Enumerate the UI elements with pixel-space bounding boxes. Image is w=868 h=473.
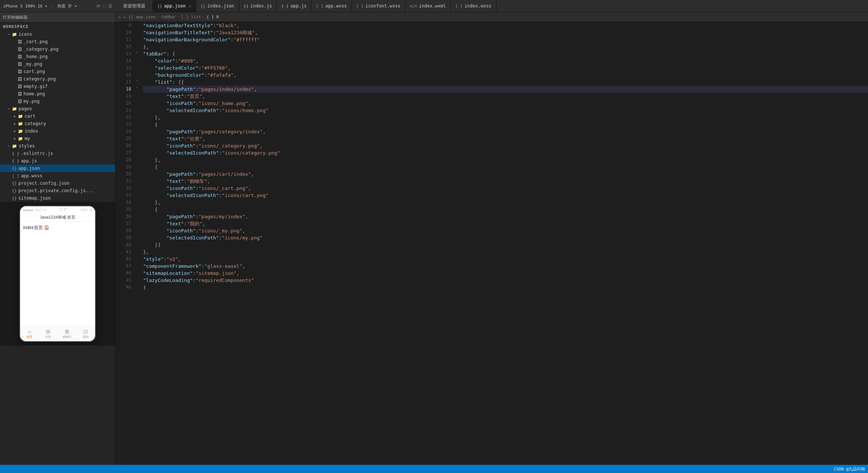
- code-line-32: "iconPath": "icons/_cart.png",: [143, 185, 868, 192]
- json-icon-app: {}: [12, 166, 17, 171]
- code-line-37: "text": "我的",: [143, 220, 868, 227]
- new-file-label: 打开的编辑器: [3, 15, 28, 20]
- tree-item-sitemap[interactable]: {} sitemap.json: [0, 194, 115, 202]
- tree-item-home-png2[interactable]: 🖼 home.png: [0, 90, 115, 98]
- code-line-40: }]: [143, 241, 868, 248]
- line-num-34: 34: [116, 199, 131, 206]
- tree-item-index[interactable]: ▶ 📁 index: [0, 127, 115, 135]
- tree-item-category-png2[interactable]: 🖼 category.png: [0, 75, 115, 83]
- folder-arrow: ▾: [6, 32, 12, 36]
- tab-app-json-label: app.json: [164, 3, 186, 9]
- line-num-12: 12: [116, 43, 131, 50]
- tab-index-wxss[interactable]: { } index.wxss: [451, 0, 496, 12]
- js-icon: {}: [244, 4, 249, 9]
- phone-content: index首页 🏠: [20, 222, 95, 326]
- line-num-43: 43: [116, 263, 131, 270]
- tab-index-wxss-label: index.wxss: [464, 3, 491, 9]
- tree-item-home-png[interactable]: 🖼 _home.png: [0, 53, 115, 60]
- tree-item-cart[interactable]: ▶ 📁 cart: [0, 112, 115, 120]
- content-area: 打开的编辑器 WORKSPACE ▾ 📁 icons 🖼 _cart.png: [0, 12, 868, 465]
- phone-title-bar: Java1234商城·首页: [20, 213, 95, 222]
- tree-item-project-private[interactable]: {} project.private.config.js...: [0, 187, 115, 194]
- tree-item-category[interactable]: ▶ 📁 category: [0, 120, 115, 127]
- code-editor[interactable]: 9 10 11 12 13 14 15 16 17 18 19 20 21 22…: [116, 22, 868, 465]
- phone-tab-my[interactable]: ⊡ 我的: [76, 328, 95, 340]
- tab-index-wxml[interactable]: </> index.wxml: [405, 0, 451, 12]
- phone-tab-my-label: 我的: [83, 335, 89, 339]
- file-cart-png-label: _cart.png: [23, 39, 48, 44]
- tab-app-json[interactable]: {} app.json ✕: [153, 0, 196, 12]
- fold-gutter: ▾ ▾ ▾: [134, 22, 139, 465]
- img-icon-9: 🖼: [18, 99, 22, 104]
- nav-forward[interactable]: →: [123, 15, 125, 20]
- code-line-18: "pagePath": "pages/index/index",: [143, 86, 868, 93]
- file-explorer[interactable]: WORKSPACE ▾ 📁 icons 🖼 _cart.png 🖼 _: [0, 23, 115, 465]
- tree-item-app-json[interactable]: {} app.json: [0, 165, 115, 172]
- img-icon: 🖼: [18, 39, 22, 44]
- line-num-21: 21: [116, 107, 131, 114]
- file-project-private-label: project.private.config.js...: [18, 188, 94, 193]
- phone-tab-category[interactable]: ⊞ 分类: [39, 328, 57, 340]
- code-line-28: },: [143, 156, 868, 164]
- tab-index-json-label: index.json: [207, 3, 234, 9]
- tab-app-js[interactable]: { } app.js: [277, 0, 312, 12]
- js-icon-2: { }: [281, 4, 289, 9]
- tree-item-my-png2[interactable]: 🖼 my.png: [0, 98, 115, 105]
- img-icon-4: 🖼: [18, 62, 22, 67]
- tab-iconfont-wxss[interactable]: { } iconfont.wxss: [352, 0, 405, 12]
- line-num-38: 38: [116, 227, 131, 234]
- line-num-28: 28: [116, 156, 131, 164]
- line-num-30: 30: [116, 171, 131, 178]
- tree-item-cart-png[interactable]: 🖼 _cart.png: [0, 38, 115, 45]
- code-line-13: "tabBar": {: [143, 50, 868, 57]
- wxss-icon-2: { }: [356, 4, 364, 9]
- phone-tab-cart[interactable]: ⊠ 购物车: [58, 328, 76, 340]
- tab-index-json[interactable]: {} index.json: [196, 0, 239, 12]
- resource-manager-label: 资源管理器: [116, 3, 153, 9]
- tab-index-js[interactable]: {} index.js: [239, 0, 277, 12]
- tree-item-pages[interactable]: ▾ 📁 pages: [0, 105, 115, 112]
- folder-arrow-pages: ▾: [6, 107, 12, 111]
- code-line-39: "selectedIconPath": "icons/my.png": [143, 234, 868, 241]
- tree-item-app-js[interactable]: { } app.js: [0, 157, 115, 165]
- json-icon-sitemap: {}: [12, 196, 17, 201]
- fold-17: ▾: [134, 79, 139, 86]
- line-num-10: 10: [116, 29, 131, 36]
- folder-arrow-category: ▶: [12, 122, 18, 126]
- nav-back[interactable]: ←: [119, 15, 121, 20]
- img-icon-8: 🖼: [18, 92, 22, 96]
- tree-item-my-png[interactable]: 🖼 _my.png: [0, 60, 115, 68]
- file-category-png2-label: category.png: [23, 76, 56, 82]
- file-sitemap-label: sitemap.json: [18, 196, 51, 201]
- tree-item-icons[interactable]: ▾ 📁 icons: [0, 31, 115, 38]
- fold-12: [134, 43, 139, 50]
- line-num-22: 22: [116, 114, 131, 121]
- phone-tab-home[interactable]: ⌂ 首页: [20, 328, 39, 340]
- tree-item-empty-gif[interactable]: 🖼 empty.gif: [0, 83, 115, 90]
- tree-item-my[interactable]: ▶ 📁 my: [0, 135, 115, 142]
- tab-app-wxss[interactable]: { } app.wxss: [312, 0, 352, 12]
- phone-frame: ●●●●● WeChat 8:37 100% ▮ Java1234商城·首页 i…: [19, 206, 96, 342]
- phone-tab-category-icon: ⊞: [46, 328, 50, 334]
- phone-tab-category-label: 分类: [45, 335, 51, 339]
- iphone-status-label: iPhone 5 100% 16 ▾: [3, 4, 47, 9]
- folder-icon-my: 📁: [18, 136, 23, 141]
- code-content[interactable]: "navigationBarTextStyle": "black", "navi…: [139, 22, 868, 465]
- tree-item-project-config[interactable]: {} project.config.json: [0, 180, 115, 187]
- file-my-png2-label: my.png: [23, 99, 40, 104]
- tree-item-category-png[interactable]: 🖼 _category.png: [0, 45, 115, 53]
- file-home-png-label: _home.png: [23, 54, 48, 59]
- img-icon-2: 🖼: [18, 47, 22, 52]
- tree-item-styles[interactable]: ▾ 📁 styles: [0, 142, 115, 150]
- breadcrumb-list: [ ] list: [181, 15, 201, 19]
- top-bar-left: iPhone 5 100% 16 ▾ | 热置 开 ▾ ⟳ ⬚ ☰: [0, 3, 116, 9]
- code-line-9: "navigationBarTextStyle": "black",: [143, 22, 868, 29]
- tab-iconfont-wxss-label: iconfont.wxss: [365, 3, 400, 9]
- breadcrumb-bar: ← → {} app.json › tabBar › [ ] list › { …: [116, 12, 868, 22]
- tree-item-app-wxss[interactable]: { } app.wxss: [0, 172, 115, 180]
- img-icon-5: 🖼: [18, 69, 22, 74]
- tree-item-cart-png2[interactable]: 🖼 cart.png: [0, 68, 115, 75]
- tree-item-eslintrc[interactable]: { } .eslintrc.js: [0, 150, 115, 157]
- file-app-js-label: app.js: [21, 158, 37, 164]
- tab-app-json-close[interactable]: ✕: [189, 4, 191, 8]
